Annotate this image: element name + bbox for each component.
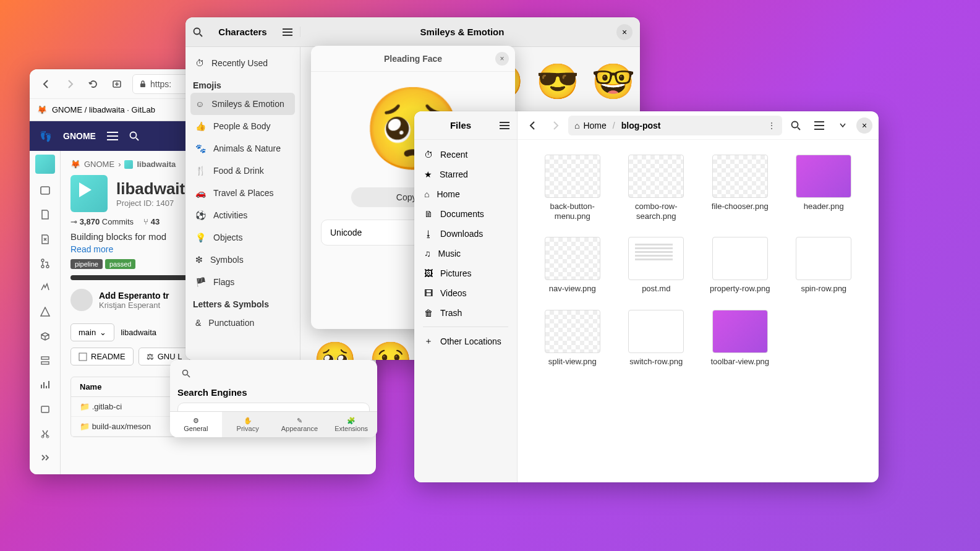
- sidebar-documents[interactable]: 🗎Documents: [418, 204, 513, 224]
- search-icon[interactable]: [129, 131, 139, 141]
- crumb-icon: [124, 160, 133, 169]
- file-thumbnail: [545, 310, 600, 353]
- forward-button[interactable]: [546, 116, 565, 135]
- search-icon[interactable]: [786, 116, 806, 135]
- commits-stat[interactable]: ⊸ 3,870 Commits: [70, 217, 134, 226]
- cat-travel[interactable]: 🚗Travel & Places: [190, 182, 295, 204]
- reload-button[interactable]: [83, 74, 104, 95]
- sidebar-wiki-icon[interactable]: [35, 399, 56, 419]
- sidebar-mr-icon[interactable]: [35, 253, 56, 273]
- emoji-cell[interactable]: 🥺: [310, 335, 360, 360]
- sidebar-music[interactable]: ♫Music: [418, 244, 513, 263]
- sidebar-infra-icon[interactable]: [35, 350, 56, 370]
- file-item[interactable]: combo-row-search.png: [620, 155, 693, 221]
- pictures-icon: 🖼: [424, 268, 433, 278]
- sidebar-collapse-icon[interactable]: [35, 448, 56, 468]
- tab-extensions[interactable]: 🧩Extensions: [325, 412, 377, 437]
- back-button[interactable]: [524, 116, 542, 135]
- file-item[interactable]: post.md: [620, 237, 693, 294]
- tab-general[interactable]: ⚙General: [170, 412, 222, 437]
- cat-symbols[interactable]: ❇Symbols: [190, 249, 295, 271]
- file-name: switch-row.png: [629, 357, 683, 367]
- file-item[interactable]: property-row.png: [704, 237, 777, 294]
- file-thumbnail: [545, 237, 600, 280]
- window-title: Smileys & Emotion: [308, 27, 616, 37]
- branches-stat[interactable]: ⑂ 43: [143, 217, 160, 226]
- section-emojis: Emojis: [190, 74, 295, 93]
- url-text: https:: [150, 79, 171, 89]
- sidebar-home[interactable]: ⌂Home: [418, 184, 513, 204]
- brush-icon: ✎: [297, 417, 302, 425]
- menu-icon[interactable]: [500, 122, 509, 129]
- menu-icon[interactable]: [107, 132, 118, 140]
- sidebar-snippets-icon[interactable]: [35, 423, 56, 443]
- forward-button[interactable]: [59, 74, 80, 95]
- emoji-cell[interactable]: 😎: [533, 57, 582, 106]
- list-view-icon[interactable]: [809, 116, 829, 135]
- cat-objects[interactable]: 💡Objects: [190, 226, 295, 249]
- file-item[interactable]: nav-view.png: [536, 237, 609, 294]
- cat-flags[interactable]: 🏴Flags: [190, 271, 295, 293]
- sidebar-pictures[interactable]: 🖼Pictures: [418, 263, 513, 283]
- emoji-cell[interactable]: 🤓: [589, 57, 638, 106]
- new-tab-button[interactable]: [106, 74, 127, 95]
- cat-animals[interactable]: 🐾Animals & Nature: [190, 137, 295, 160]
- path-home[interactable]: ⌂Home: [574, 121, 607, 130]
- gitlab-brand[interactable]: GNOME: [63, 131, 96, 141]
- project-icon-small[interactable]: [35, 155, 55, 174]
- search-icon[interactable]: [193, 27, 203, 37]
- close-icon[interactable]: ×: [495, 52, 509, 66]
- recently-used-item[interactable]: ⏱Recently Used: [190, 52, 295, 74]
- path-folder[interactable]: blog-post: [621, 121, 661, 130]
- emoji-cell[interactable]: 😢: [366, 335, 415, 360]
- tab-appearance[interactable]: ✎Appearance: [274, 412, 326, 437]
- sidebar-ci-icon[interactable]: [35, 278, 56, 298]
- sidebar-packages-icon[interactable]: [35, 326, 56, 346]
- sidebar-analytics-icon[interactable]: [35, 375, 56, 395]
- file-item[interactable]: toolbar-view.png: [704, 310, 777, 367]
- sidebar-project-icon[interactable]: [35, 180, 56, 200]
- chevron-down-icon[interactable]: [833, 116, 853, 135]
- close-button[interactable]: ×: [856, 117, 872, 134]
- close-button[interactable]: ×: [616, 24, 633, 40]
- clock-icon: ⏱: [195, 58, 204, 68]
- sidebar-repo-icon[interactable]: [35, 205, 56, 225]
- crumb-root[interactable]: GNOME: [84, 160, 114, 169]
- sidebar-videos[interactable]: 🎞Videos: [418, 283, 513, 303]
- cat-activities[interactable]: ⚽Activities: [190, 204, 295, 226]
- path-menu-icon[interactable]: ⋮: [767, 121, 776, 130]
- cat-smileys[interactable]: ☺Smileys & Emotion: [190, 93, 295, 115]
- file-item[interactable]: split-view.png: [536, 310, 609, 367]
- path-bar[interactable]: ⌂Home / blog-post ⋮: [568, 116, 782, 135]
- sidebar-trash[interactable]: 🗑Trash: [418, 303, 513, 323]
- sidebar-recent[interactable]: ⏱Recent: [418, 145, 513, 164]
- file-item[interactable]: spin-row.png: [788, 237, 861, 294]
- hand-icon: ✋: [244, 417, 252, 425]
- cat-people[interactable]: 👍People & Body: [190, 115, 295, 137]
- file-item[interactable]: file-chooser.png: [704, 155, 777, 221]
- gnome-foot-icon: 👣: [40, 130, 52, 142]
- path-label[interactable]: libadwaita: [121, 328, 156, 337]
- back-button[interactable]: [36, 74, 57, 95]
- bulb-icon: 💡: [195, 233, 206, 242]
- sidebar-other[interactable]: ＋Other Locations: [418, 331, 513, 352]
- cat-punctuation[interactable]: &Punctuation: [190, 312, 295, 334]
- file-item[interactable]: header.png: [788, 155, 861, 221]
- crumb-project[interactable]: libadwaita: [137, 160, 176, 169]
- branch-selector[interactable]: main⌄: [70, 323, 114, 341]
- sidebar-deploy-icon[interactable]: [35, 302, 56, 322]
- file-item[interactable]: switch-row.png: [620, 310, 693, 367]
- commit-title[interactable]: Add Esperanto tr: [99, 291, 169, 301]
- menu-icon[interactable]: [283, 28, 292, 36]
- tab-title: GNOME / libadwaita · GitLab: [52, 105, 155, 114]
- search-icon[interactable]: [177, 365, 195, 382]
- readme-chip[interactable]: README: [70, 348, 134, 365]
- sidebar-issues-icon[interactable]: [35, 229, 56, 249]
- sidebar-downloads[interactable]: ⭳Downloads: [418, 224, 513, 244]
- tab-privacy[interactable]: ✋Privacy: [222, 412, 274, 437]
- sidebar-starred[interactable]: ★Starred: [418, 164, 513, 184]
- cat-food[interactable]: 🍴Food & Drink: [190, 160, 295, 182]
- smiley-icon: ☺: [195, 99, 204, 109]
- file-item[interactable]: back-button-menu.png: [536, 155, 609, 221]
- svg-point-15: [792, 121, 798, 127]
